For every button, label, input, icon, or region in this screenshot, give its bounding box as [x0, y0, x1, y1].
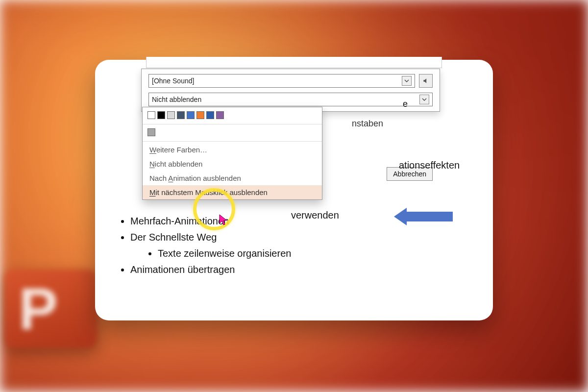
obscured-text-fragment: e: [403, 99, 408, 109]
dialog-top-fragment: [146, 57, 442, 68]
sound-combobox-value: [Ohne Sound]: [152, 77, 194, 85]
color-swatch[interactable]: [157, 111, 165, 119]
list-item: Animationen übertragen: [130, 262, 483, 277]
list-item: Texte zeilenweise organisieren: [158, 246, 483, 261]
recent-color-row: [143, 125, 322, 140]
after-animation-combobox-value: Nicht abblenden: [152, 96, 201, 103]
preview-sound-button[interactable]: [419, 74, 433, 88]
menu-item-hide-on-click[interactable]: Mit nächstem Mausklick ausblenden: [143, 185, 322, 199]
hotkey-letter: A: [168, 174, 173, 182]
thumbnail-card: [Ohne Sound] Nicht abblenden OK Abbreche…: [95, 60, 493, 320]
obscured-text-fragment: nstaben: [352, 119, 383, 129]
menu-item-label: eitere Farben…: [156, 146, 207, 154]
color-swatch[interactable]: [216, 111, 224, 119]
menu-item-hide-after-anim[interactable]: Nach Animation ausblenden: [143, 171, 322, 185]
hotkey-letter: W: [149, 146, 156, 154]
menu-item-more-colors[interactable]: Weitere Farben…: [143, 143, 322, 157]
color-swatch[interactable]: [206, 111, 214, 119]
color-swatch[interactable]: [167, 111, 175, 119]
after-animation-combobox[interactable]: Nicht abblenden: [148, 93, 433, 106]
list-item: Der Schnellste Weg Texte zeilenweise org…: [130, 230, 483, 261]
color-swatch[interactable]: [187, 111, 195, 119]
list-item: Mehrfach-Animationen: [130, 214, 483, 229]
slide-body-text: Mehrfach-Animationen Der Schnellste Weg …: [108, 213, 483, 278]
menu-item-label: Nach: [149, 174, 168, 182]
menu-item-label: icht abblenden: [155, 160, 203, 168]
recent-color-swatch[interactable]: [147, 128, 155, 136]
menu-item-label: it nächstem Mausklick ausblenden: [156, 188, 268, 196]
color-swatch[interactable]: [147, 111, 155, 119]
list-item-label: Der Schnellste Weg: [130, 232, 217, 243]
hotkey-letter: M: [149, 188, 156, 196]
menu-item-label: nimation ausblenden: [173, 174, 241, 182]
color-palette-row: [143, 107, 322, 123]
hotkey-letter: N: [149, 160, 155, 168]
sound-combobox[interactable]: [Ohne Sound]: [148, 74, 415, 88]
chevron-down-icon[interactable]: [419, 95, 429, 104]
chevron-down-icon[interactable]: [402, 76, 412, 86]
separator: [143, 141, 322, 142]
menu-item-no-dim[interactable]: Nicht abblenden: [143, 157, 322, 171]
color-swatch[interactable]: [196, 111, 204, 119]
color-swatch[interactable]: [177, 111, 185, 119]
after-animation-dropdown: Weitere Farben… Nicht abblenden Nach Ani…: [142, 107, 322, 200]
effect-options-dialog: [Ohne Sound] Nicht abblenden OK Abbreche…: [141, 69, 440, 112]
obscured-text-fragment: ationseffekten: [399, 160, 460, 171]
powerpoint-badge: P: [5, 270, 97, 348]
separator: [143, 124, 322, 124]
